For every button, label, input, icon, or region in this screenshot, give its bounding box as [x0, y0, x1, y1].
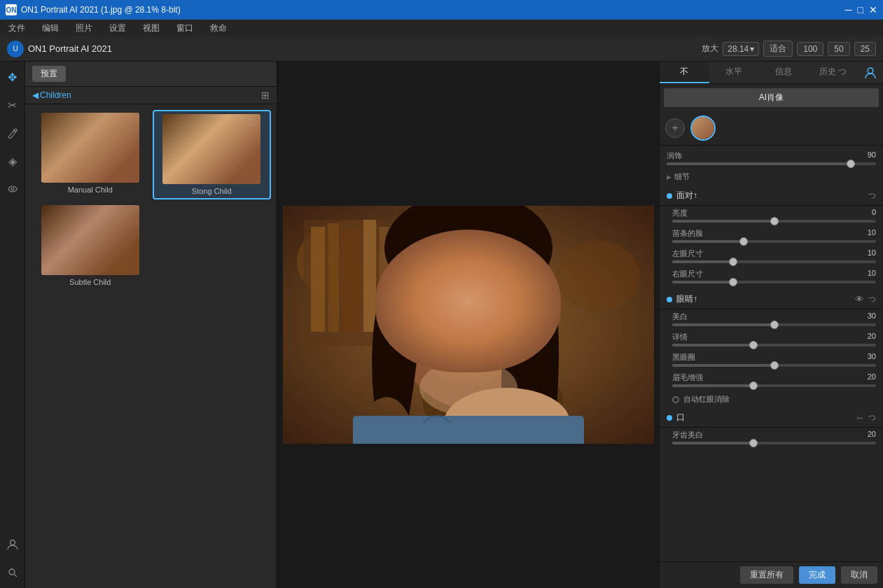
grid-view-button[interactable]: ⊞ [261, 90, 270, 101]
tab-adjustments[interactable]: 不 [660, 62, 709, 83]
runshi-slider[interactable] [667, 162, 876, 165]
mouth-group-header: 口 ↔ つ [660, 408, 883, 428]
left-eye-row: 左眼尺寸 10 [660, 246, 883, 267]
brow-text: 眉毛增强 [672, 372, 703, 383]
svg-point-2 [11, 188, 14, 190]
menu-view[interactable]: 视图 [140, 21, 162, 36]
eye-group-indicator [667, 297, 672, 302]
back-arrow: ◀ [32, 90, 39, 100]
brow-value: 20 [868, 372, 876, 383]
svg-point-8 [556, 241, 640, 311]
tab-levels[interactable]: 水平 [709, 62, 759, 83]
tool-crop[interactable]: ✂ [3, 95, 22, 115]
zoom-100-button[interactable]: 100 [797, 42, 823, 56]
menu-photo[interactable]: 照片 [73, 21, 95, 36]
tool-user[interactable] [3, 535, 22, 554]
tool-brush[interactable] [3, 123, 22, 143]
dark-circles-slider[interactable] [672, 364, 876, 367]
svg-point-4 [9, 569, 15, 575]
menu-edit[interactable]: 编辑 [39, 21, 62, 36]
right-eye-slider[interactable] [672, 281, 876, 284]
tab-history[interactable]: 历史 つ [808, 62, 858, 83]
whiten-text: 美白 [672, 312, 688, 322]
right-tabs: 不 水平 信息 历史 つ [660, 62, 883, 84]
maximize-button[interactable]: □ [858, 4, 863, 15]
mouth-group: 口 ↔ つ 牙齿美白 20 [660, 407, 883, 449]
left-eye-slider[interactable] [672, 260, 876, 263]
slim-face-slider[interactable] [672, 240, 876, 243]
left-eye-label: 左眼尺寸 10 [672, 248, 876, 259]
canvas-area[interactable]: ON1 [277, 62, 659, 588]
tool-eye[interactable] [3, 179, 22, 199]
menu-help[interactable]: 救命 [207, 21, 230, 36]
minimize-button[interactable]: ─ [845, 4, 852, 15]
fit-button[interactable]: 适合 [763, 41, 793, 57]
list-item[interactable]: ♡ Stong Child [153, 110, 272, 200]
tool-move[interactable]: ✥ [3, 67, 22, 87]
menu-window[interactable]: 窗口 [174, 21, 196, 36]
user-avatar: U [7, 41, 24, 57]
slim-face-row: 苗条的脸 10 [660, 226, 883, 246]
zoom-dropdown[interactable]: 28.14 ▾ [723, 42, 759, 56]
svg-point-3 [10, 540, 15, 545]
tab-user[interactable] [858, 62, 883, 83]
svg-rect-14 [363, 220, 376, 332]
eye-group: 眼睛↑ 👁 つ 美白 30 [660, 288, 883, 392]
mouth-reset-button[interactable]: つ [868, 412, 876, 423]
zoom-50-button[interactable]: 50 [828, 42, 849, 56]
zoom-25-button[interactable]: 25 [854, 42, 876, 56]
mouth-flip-button[interactable]: ↔ [855, 412, 864, 423]
teeth-text: 牙齿美白 [672, 430, 703, 440]
face-thumbnail[interactable] [690, 115, 716, 141]
left-toolbar: ✥ ✂ ◈ [0, 62, 25, 588]
cancel-button[interactable]: 取消 [841, 566, 877, 584]
add-face-button[interactable]: + [665, 118, 685, 138]
favorite-icon[interactable]: ♡ [247, 117, 256, 128]
done-button[interactable]: 完成 [799, 566, 835, 584]
preset-thumb-stong: ♡ [162, 114, 260, 184]
window-controls[interactable]: ─ □ ✕ [845, 4, 877, 15]
detail-eye-text: 详情 [672, 332, 688, 342]
toolbar: U ON1 Portrait AI 2021 放大 28.14 ▾ 适合 100… [0, 36, 883, 62]
detail-section-header[interactable]: 细节 [660, 169, 883, 185]
portrait-image [283, 206, 654, 444]
eye-visibility-button[interactable]: 👁 [855, 294, 864, 304]
presets-grid: Manual Child ♡ Stong Child Subtle Child [25, 104, 277, 295]
dark-circles-text: 黑眼圈 [672, 352, 695, 363]
face-reset-button[interactable]: つ [868, 190, 876, 201]
close-button[interactable]: ✕ [869, 4, 877, 15]
nav-title: Children [40, 90, 71, 100]
detail-eye-slider[interactable] [672, 344, 876, 346]
right-eye-value: 10 [868, 269, 876, 279]
teeth-label: 牙齿美白 20 [672, 430, 876, 440]
main-canvas-image [283, 206, 654, 444]
menubar: 文件 编辑 照片 设置 视图 窗口 救命 [0, 20, 883, 36]
ai-portrait-button[interactable]: AI肖像 [664, 88, 879, 107]
list-item[interactable]: Manual Child [31, 110, 150, 200]
mouth-group-controls: ↔ つ [855, 412, 876, 423]
whiten-slider[interactable] [672, 323, 876, 326]
brow-slider[interactable] [672, 384, 876, 387]
teeth-slider[interactable] [672, 442, 876, 444]
presets-toggle-button[interactable]: 预置 [32, 66, 66, 82]
svg-point-22 [488, 309, 505, 320]
nav-back-button[interactable]: ◀ Children [32, 90, 71, 100]
presets-panel: 预置 ◀ Children ⊞ Manual Child ♡ [25, 62, 277, 588]
tool-mask[interactable]: ◈ [3, 151, 22, 171]
eye-reset-button[interactable]: つ [868, 294, 876, 304]
presets-nav: ◀ Children ⊞ [25, 87, 277, 104]
brightness-slider[interactable] [672, 220, 876, 223]
detail-eye-label: 详情 20 [672, 332, 876, 342]
menu-file[interactable]: 文件 [6, 21, 28, 36]
app-name: ON1 Portrait AI 2021 [28, 43, 112, 54]
tool-search[interactable] [3, 563, 22, 582]
list-item[interactable]: Subtle Child [31, 202, 150, 289]
reset-all-button[interactable]: 重置所有 [740, 566, 793, 584]
auto-redeye-radio[interactable] [672, 396, 679, 403]
svg-point-26 [868, 68, 873, 74]
brightness-row: 亮度 0 [660, 206, 883, 226]
slim-face-text: 苗条的脸 [672, 228, 703, 239]
tab-info[interactable]: 信息 [759, 62, 809, 83]
zoom-label: 放大 [702, 43, 718, 55]
menu-settings[interactable]: 设置 [106, 21, 129, 36]
